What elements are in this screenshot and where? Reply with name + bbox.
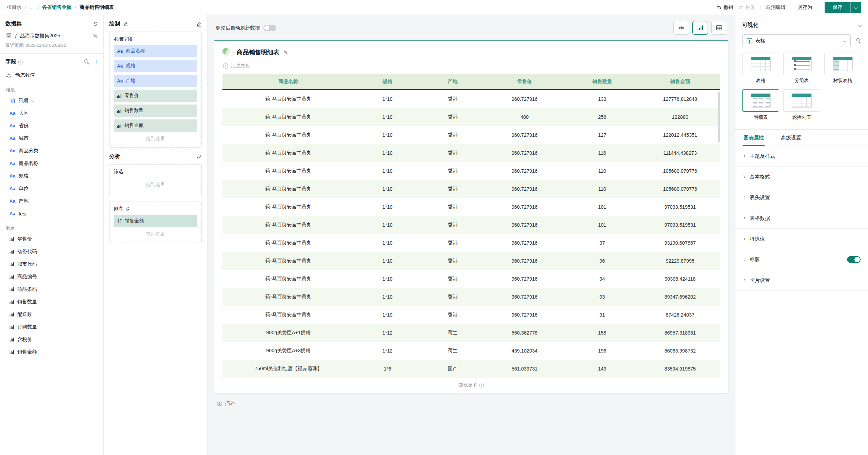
dataset-preview-icon[interactable] <box>93 33 98 38</box>
column-header[interactable]: 零售价 <box>485 78 565 85</box>
collapse-chevron-icon[interactable] <box>859 24 862 27</box>
table-cell: 127776.812848 <box>640 96 720 102</box>
dimension-field-item[interactable]: Aa 大区 <box>5 107 98 119</box>
table-body: 药-马百良安宫牛黄丸1*10香港960.727916133127776.8128… <box>222 90 720 378</box>
field-label: 含税价 <box>17 336 32 343</box>
cancel-edit-button[interactable]: 取消编辑 <box>766 4 785 11</box>
measure-field-item[interactable]: Aa 销售数量 <box>5 296 98 308</box>
settings-tab[interactable]: 高级设置 <box>780 130 802 146</box>
settings-section[interactable]: 卡片设置 <box>735 270 868 291</box>
draw-field-pill[interactable]: Aa 销售金额 <box>114 119 197 132</box>
search-icon[interactable] <box>84 59 90 64</box>
title-toggle[interactable] <box>847 256 861 263</box>
settings-section[interactable]: 基本格式 <box>735 167 868 187</box>
table-cell: 960.727916 <box>485 132 565 138</box>
dimension-field-item[interactable]: Aa 省份 <box>5 119 98 132</box>
chart-type-option[interactable]: 表格 <box>742 53 779 84</box>
table-view-button[interactable] <box>711 21 727 35</box>
auto-refresh-toggle[interactable] <box>263 25 276 31</box>
dimension-field-item[interactable]: Aa 单位 <box>5 182 98 195</box>
dimension-field-item[interactable]: Aa 城市 <box>5 132 98 145</box>
breadcrumb-item[interactable]: ... <box>30 5 34 10</box>
table-cell: 122012.445351 <box>640 132 720 138</box>
pill-label: 规格 <box>126 63 135 69</box>
eraser-icon[interactable] <box>196 154 202 159</box>
measure-field-item[interactable]: Aa 商品条码 <box>5 283 98 296</box>
table-cell: 1*10 <box>354 312 420 318</box>
field-label: 城市代码 <box>17 261 37 267</box>
add-summary-button[interactable]: + 汇总指标 <box>214 59 728 71</box>
column-header[interactable]: 销售金额 <box>640 78 720 85</box>
field-label: 城市 <box>19 135 28 141</box>
settings-tab[interactable]: 图表属性 <box>743 130 765 146</box>
settings-section[interactable]: 标题 <box>735 249 868 270</box>
sort-dropzone[interactable]: 排序 ↑AZ Aa 销售金额 拖到这里 <box>109 202 202 243</box>
column-header[interactable]: 销售数量 <box>564 78 640 85</box>
save-as-button[interactable]: 另存为 <box>791 2 819 13</box>
measure-field-item[interactable]: Aa 配送数 <box>5 308 98 321</box>
detail-fields-dropzone[interactable]: 明细字段 Aa 商品名称 Aa 规格 Aa 产地 Aa 零售价 Aa 销售数量 … <box>109 32 202 148</box>
add-field-icon[interactable]: + <box>94 59 98 65</box>
dynamic-value-item[interactable]: 123 动态数值 <box>5 69 98 81</box>
draw-field-pill[interactable]: Aa 产地 <box>114 75 197 87</box>
table-cell: 香港 <box>420 186 485 192</box>
measure-field-item[interactable]: Aa 省份代码 <box>5 245 98 258</box>
measure-field-item[interactable]: Aa 订购数量 <box>5 321 98 333</box>
measure-field-item[interactable]: Aa 含税价 <box>5 333 98 346</box>
table-scrollbar[interactable] <box>718 92 720 143</box>
settings-section[interactable]: 特殊值 <box>735 229 868 249</box>
settings-tabs: 图表属性高级设置 <box>735 129 868 146</box>
dimension-field-item[interactable]: Aa 产地 <box>5 195 98 207</box>
measure-field-item[interactable]: Aa 城市代码 <box>5 258 98 270</box>
chart-type-option[interactable]: 树状表格 <box>824 53 861 84</box>
measure-field-item[interactable]: Aa 销售金额 <box>5 346 98 358</box>
chevron-right-icon <box>743 258 745 261</box>
measure-field-item[interactable]: Aa 商品编号 <box>5 270 98 283</box>
settings-section[interactable]: 主题及样式 <box>735 146 868 167</box>
load-more-button[interactable]: 加载更多 i <box>214 378 728 393</box>
dataset-row[interactable]: ETL 产品演示数据集2025-... <box>5 32 98 39</box>
filter-dropzone[interactable]: 筛选 拖到这里 <box>109 164 202 196</box>
draw-field-pill[interactable]: Aa 销售数量 <box>114 105 197 117</box>
redo-button[interactable]: 恢复 <box>738 4 755 11</box>
chart-type-option[interactable]: 轮播列表 <box>783 89 820 120</box>
column-header[interactable]: 产地 <box>420 78 485 85</box>
breadcrumb-item[interactable]: 各省销售金额 <box>42 4 72 11</box>
undo-button[interactable]: 撤销 <box>716 4 733 11</box>
sliders-icon[interactable] <box>123 22 128 26</box>
draw-field-pill[interactable]: Aa 商品名称 <box>114 45 197 57</box>
chart-type-option[interactable]: 明细表 <box>742 89 779 120</box>
dimension-group-label: 维度 <box>6 87 98 93</box>
settings-section[interactable]: 表格数据 <box>735 208 868 229</box>
dimension-field-item[interactable]: Aa test <box>5 207 98 220</box>
measure-field-item[interactable]: Aa 零售价 <box>5 233 98 245</box>
settings-section[interactable]: 表头设置 <box>735 187 868 208</box>
save-button[interactable]: 保存 <box>825 2 850 13</box>
dimension-field-item[interactable]: Aa 商品名称 <box>5 157 98 170</box>
dimension-field-item[interactable]: Aa 商品分类 <box>5 145 98 157</box>
field-label: 商品名称 <box>19 160 38 167</box>
column-header[interactable]: 规格 <box>354 78 420 85</box>
eraser-icon[interactable] <box>196 21 202 27</box>
text-field-icon: Aa <box>9 211 15 216</box>
table-cell: 药-马百良安宫牛黄丸 <box>222 258 354 264</box>
search-chart-type-icon[interactable] <box>856 38 861 43</box>
dimension-field-item[interactable]: Aa 规格 <box>5 170 98 182</box>
chart-type-option[interactable]: 分组表 <box>783 53 820 84</box>
edit-title-icon[interactable]: ✎ <box>283 49 288 56</box>
dimension-field-item[interactable]: Aa 日期 <box>5 94 98 107</box>
table-row: 药-马百良安宫牛黄丸1*10香港960.7279169793190.607867 <box>222 234 720 252</box>
draw-field-pill[interactable]: Aa 零售价 <box>114 90 197 102</box>
add-description-button[interactable]: + 描述 <box>208 393 735 413</box>
chart-view-button[interactable] <box>692 21 708 35</box>
chart-type-select[interactable]: 表格 <box>742 34 851 47</box>
switch-dataset-icon[interactable] <box>93 21 98 26</box>
column-header[interactable]: 商品名称 <box>222 78 354 85</box>
breadcrumb-item[interactable]: 根目录 <box>7 4 22 11</box>
draw-field-pill[interactable]: Aa 销售金额 <box>114 215 197 227</box>
top-header: 根目录/.../各省销售金额/商品销售明细表 撤销 恢复 取消编辑 另存为 保存 <box>0 0 868 15</box>
save-dropdown-button[interactable] <box>850 2 861 13</box>
breadcrumb: 根目录/.../各省销售金额/商品销售明细表 <box>7 4 114 11</box>
draw-field-pill[interactable]: Aa 规格 <box>114 60 197 72</box>
code-view-button[interactable]: </> <box>673 21 689 35</box>
